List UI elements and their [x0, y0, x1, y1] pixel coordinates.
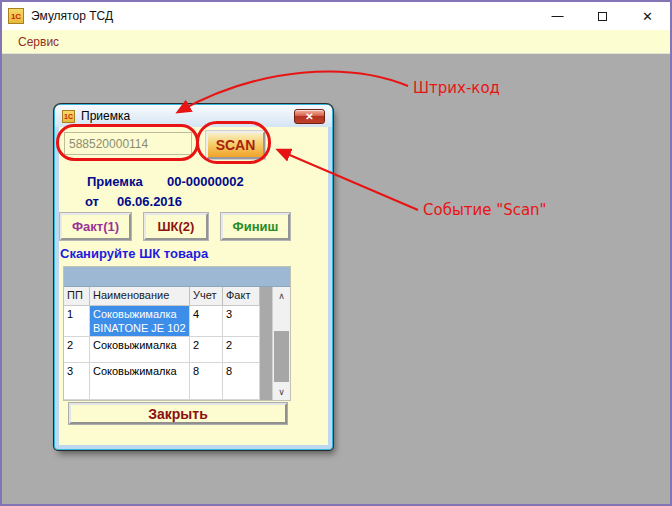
cell-fakt[interactable]: 2 — [223, 337, 260, 363]
dialog-close-button[interactable]: ✕ — [294, 109, 325, 124]
window-controls: — ✕ — [535, 2, 670, 30]
table-row: 2 Соковыжималка 2 2 — [64, 337, 260, 363]
cell-name[interactable]: Соковыжималка — [90, 363, 190, 400]
doc-from-label: от — [85, 194, 99, 209]
cell-pp[interactable]: 2 — [64, 337, 90, 363]
dialog-title-bar: 1С Приемка ✕ — [55, 105, 332, 127]
cell-fakt[interactable]: 3 — [223, 306, 260, 337]
dialog-close-action-button[interactable]: Закрыть — [69, 403, 287, 424]
table-row: 3 Соковыжималка 8 8 — [64, 363, 260, 400]
table-body: 1 Соковыжималка BINATONE JE 102 4 3 2 Со… — [64, 306, 260, 400]
priemka-dialog: 1С Приемка ✕ SCAN Приемка 00-00000002 от… — [55, 105, 332, 449]
header-uchet: Учет — [190, 287, 223, 305]
table-filler-column — [260, 287, 272, 400]
minimize-icon: — — [552, 9, 564, 23]
table-scrollbar[interactable]: ∧ ∨ — [272, 287, 290, 400]
cell-name[interactable]: Соковыжималка — [90, 337, 190, 363]
table-row: 1 Соковыжималка BINATONE JE 102 4 3 — [64, 306, 260, 337]
cell-name-selected[interactable]: Соковыжималка BINATONE JE 102 — [90, 306, 190, 337]
doc-type-label: Приемка — [87, 174, 143, 189]
table-header-row: ПП Наименование Учет Факт — [64, 287, 260, 306]
scroll-down-icon[interactable]: ∨ — [273, 383, 290, 400]
shk-button[interactable]: ШК(2) — [144, 213, 208, 240]
cell-uchet[interactable]: 4 — [190, 306, 223, 337]
scrollbar-thumb[interactable] — [274, 331, 289, 382]
name-line-2: BINATONE JE 102 — [93, 321, 186, 335]
doc-date: 06.06.2016 — [117, 194, 182, 209]
finish-button[interactable]: Финиш — [221, 213, 290, 240]
client-area: 1С Приемка ✕ SCAN Приемка 00-00000002 от… — [2, 54, 670, 504]
dialog-title: Приемка — [81, 109, 130, 123]
title-bar: 1С Эмулятор ТСД — ✕ — [2, 2, 670, 30]
doc-number: 00-00000002 — [167, 174, 244, 189]
scan-prompt: Сканируйте ШК товара — [60, 246, 208, 261]
main-window: 1С Эмулятор ТСД — ✕ Сервис 1С Приемка ✕ … — [0, 0, 672, 506]
menu-bar: Сервис — [2, 30, 670, 54]
scroll-up-icon[interactable]: ∧ — [273, 287, 290, 304]
cell-pp[interactable]: 1 — [64, 306, 90, 337]
name-line-1: Соковыжималка — [93, 307, 186, 321]
window-title: Эмулятор ТСД — [31, 9, 113, 23]
cell-uchet[interactable]: 2 — [190, 337, 223, 363]
close-button[interactable]: ✕ — [625, 2, 670, 30]
cell-uchet[interactable]: 8 — [190, 363, 223, 400]
scan-event-annotation-label: Событие "Scan" — [423, 201, 547, 219]
scan-button[interactable]: SCAN — [206, 131, 265, 159]
app-icon: 1С — [8, 8, 24, 24]
minimize-button[interactable]: — — [535, 2, 580, 30]
menu-item-service[interactable]: Сервис — [18, 35, 59, 49]
barcode-input[interactable] — [64, 132, 192, 155]
dialog-app-icon: 1С — [62, 110, 75, 123]
dialog-close-icon: ✕ — [305, 111, 313, 122]
fact-button[interactable]: Факт(1) — [60, 213, 131, 240]
close-icon: ✕ — [642, 9, 653, 24]
header-pp: ПП — [64, 287, 90, 305]
table-top-band — [64, 267, 290, 287]
maximize-icon — [598, 12, 607, 21]
goods-table: ПП Наименование Учет Факт 1 Соковыжималк… — [64, 267, 290, 400]
header-fakt: Факт — [223, 287, 260, 305]
cell-pp[interactable]: 3 — [64, 363, 90, 400]
barcode-annotation-label: Штрих-код — [413, 79, 500, 97]
cell-fakt[interactable]: 8 — [223, 363, 260, 400]
header-name: Наименование — [90, 287, 190, 305]
maximize-button[interactable] — [580, 2, 625, 30]
dialog-client: SCAN Приемка 00-00000002 от 06.06.2016 Ф… — [59, 127, 328, 445]
